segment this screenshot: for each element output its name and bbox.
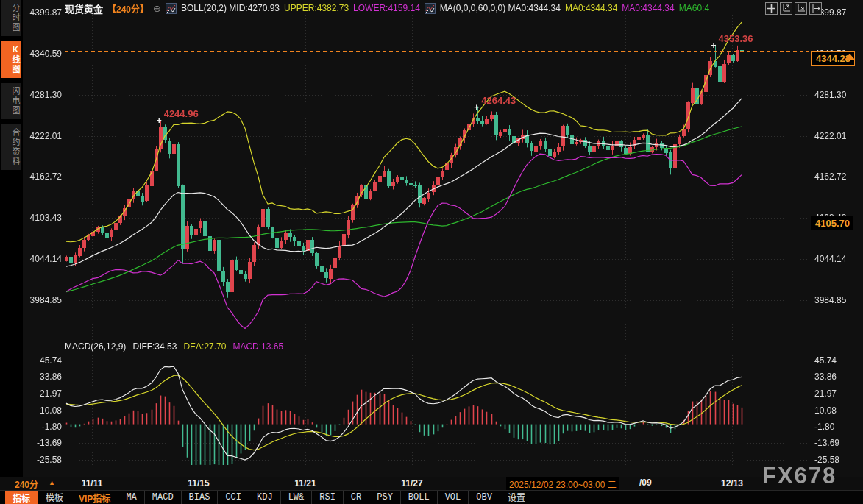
price-tick-l-4: 4162.72 [24,171,62,182]
toolbar-item-12[interactable]: BOLL [401,491,438,504]
toolbar-item-13[interactable]: VOL [438,491,469,504]
macd-tick-l-4: -1.80 [24,422,62,432]
partial-date-label: /09 [639,478,652,488]
macd-tick-r-0: 45.74 [814,355,853,366]
sidebar-tab-0[interactable]: 分时图 [1,0,21,36]
boll-lower-value: LOWER:4159.14 [353,3,420,13]
macd-tick-l-6: -25.58 [24,455,62,465]
toolbar-item-4[interactable]: MACD [145,491,182,504]
date-label-4: 12/13 [715,478,749,489]
date-label-3: 11/27 [395,478,429,489]
macd-diff-value: DIFF:34.53 [132,341,177,352]
macd-tick-l-3: 10.08 [24,405,62,416]
toolbar-item-9[interactable]: RSI [312,491,344,504]
date-label-1: 11/15 [182,478,216,489]
price-tick-l-5: 4103.43 [24,213,62,223]
boll-upper-value: UPPER:4382.73 [284,3,349,13]
crosshair-icon[interactable] [765,2,778,15]
timeframe-dropdown-icon[interactable]: ▲ [49,479,55,486]
ma-values: MA(0,0,0,60,0,0) MA0:4344.34 [440,3,561,13]
macd-tick-l-5: -13.69 [24,438,62,448]
timeframe-label[interactable]: 240分 [15,478,38,490]
price-tick-l-0: 4399.87 [24,7,62,18]
instrument-name: 现货黄金 [65,1,103,15]
kline-chart-app: 分时图K线图闪电图合约资料 ✳ 现货黄金 【240分】 ⊕ BOLL(20,2)… [0,0,863,504]
sidebar-tab-1[interactable]: K线图 [1,41,21,78]
macd-header: MACD(26,12,9) DIFF:34.53 DEA:27.70 MACD:… [65,341,283,352]
toolbar-item-10[interactable]: CR [344,491,369,504]
boll-values: BOLL(20,2) MID:4270.93 [181,3,280,13]
indicator-toolbar: 指标模板VIP指标MAMACDBIASCCIKDJLW&RSICRPSYBOLL… [0,490,863,504]
toolbar-item-5[interactable]: BIAS [182,491,219,504]
left-sidebar: 分时图K线图闪电图合约资料 [0,0,23,477]
ma-value-magenta: MA0:4344.34 [622,3,674,13]
price-tick-r-4: 4162.72 [814,171,853,182]
ma60-value: MA60:4 [679,3,709,13]
ma-value-yellow: MA0:4344.34 [565,3,617,13]
ma-indicator-icon[interactable] [425,3,436,14]
price-tick-r-3: 4222.01 [814,131,853,141]
price-tick-r-7: 3984.85 [814,295,853,305]
zoom-axis-icon[interactable] [780,2,792,15]
high-annotation-2: 4353.36 [719,33,753,44]
sidebar-tab-2[interactable]: 闪电图 [1,83,21,119]
macd-tick-l-0: 45.74 [24,355,62,366]
pan-right-icon[interactable] [809,2,822,15]
candlestick-chart-canvas[interactable] [0,0,863,504]
macd-tick-l-1: 33.86 [24,372,62,382]
add-indicator-icon[interactable]: ⊕ [153,3,161,14]
high-marker-icon-1: + [474,103,479,112]
high-annotation-1: 4264.43 [481,95,516,106]
macd-name: MACD(26,12,9) [65,341,126,352]
toolbar-item-2[interactable]: VIP指标 [71,491,118,504]
toolbar-item-8[interactable]: LW& [281,491,313,504]
macd-tick-r-4: -1.80 [814,422,853,432]
sidebar-tab-3[interactable]: 合约资料 [1,124,21,170]
toolbar-item-11[interactable]: PSY [369,491,401,504]
toolbar-item-7[interactable]: KDJ [249,491,281,504]
toolbar-item-14[interactable]: OBV [469,491,500,504]
high-annotation-0: 4244.96 [164,108,199,119]
high-marker-icon-0: + [157,116,162,125]
macd-tick-r-2: 21.97 [814,388,853,399]
toolbar-item-0[interactable]: 指标 [5,491,38,504]
brand-watermark: FX678 [762,463,837,489]
marked-level-badge: 4105.70 [811,216,853,230]
price-tick-l-2: 4281.30 [24,90,62,100]
price-tick-l-6: 4044.14 [24,254,62,264]
price-up-arrow-icon [845,41,855,54]
indicator-header: 现货黄金 【240分】 ⊕ BOLL(20,2) MID:4270.93 UPP… [65,2,709,14]
price-tick-r-2: 4281.30 [814,90,853,100]
toolbar-item-1[interactable]: 模板 [38,491,71,504]
date-label-0: 11/11 [75,478,109,489]
macd-tick-l-2: 21.97 [24,388,62,399]
macd-macd-value: MACD:13.65 [232,341,283,352]
toolbar-item-6[interactable]: CCI [218,491,249,504]
time-range-tooltip: 2025/12/02 23:00~03:00 二 [506,477,619,491]
toolbar-item-3[interactable]: MA [118,491,144,504]
macd-tick-r-1: 33.86 [814,372,853,382]
price-tick-l-7: 3984.85 [24,295,62,305]
macd-tick-r-3: 10.08 [814,405,853,416]
price-tick-l-3: 4222.01 [24,131,62,141]
scale-axis-icon[interactable] [795,2,807,15]
toolbar-item-15[interactable]: 设置 [500,491,533,504]
high-marker-icon-2: + [711,41,717,50]
period-label[interactable]: 【240分】 [107,2,149,15]
boll-indicator-icon[interactable] [166,3,177,14]
date-label-2: 11/21 [288,478,322,489]
price-tick-r-6: 4044.14 [814,254,853,264]
chart-toolbar-icons [765,2,822,15]
price-tick-l-1: 4340.59 [24,49,62,59]
macd-dea-value: DEA:27.70 [183,341,226,352]
macd-tick-r-5: -13.69 [814,438,853,448]
